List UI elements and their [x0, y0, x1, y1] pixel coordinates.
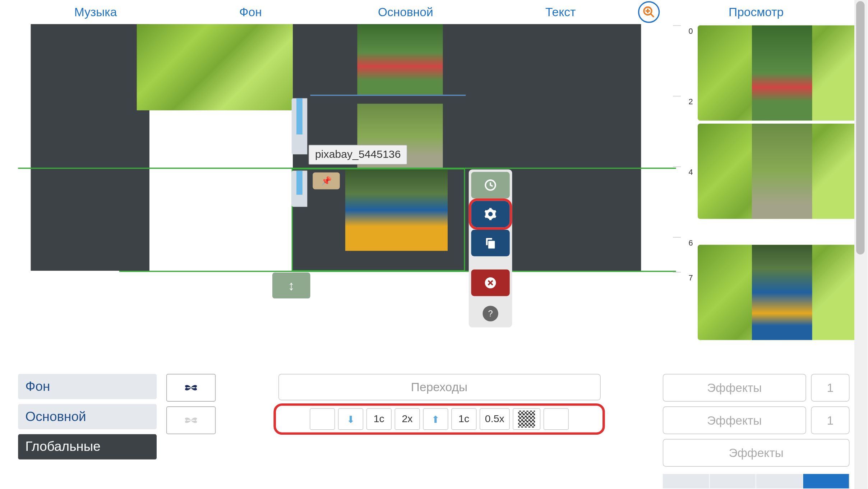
layer-global-button[interactable]: Глобальные [18, 434, 157, 459]
clip-tooltip: pixabay_5445136 [309, 145, 407, 164]
effects-row-3: Эффекты [663, 439, 850, 467]
clip-3-handle[interactable] [292, 171, 308, 207]
tab-text[interactable]: Текст [483, 5, 638, 19]
transition-texture[interactable] [513, 408, 540, 430]
transitions-dropdown[interactable]: Переходы [278, 374, 600, 401]
tracks-container: 📌 pixabay_5445136 ↕ [18, 24, 676, 368]
help-button[interactable]: ? [483, 306, 498, 321]
transition-blank-1[interactable] [310, 408, 335, 430]
pin-icon: 📌 [321, 176, 332, 186]
preview-thumb-3[interactable] [698, 245, 867, 340]
scrollbar-thumb[interactable] [856, 1, 864, 254]
layer-main-button[interactable]: Основной [18, 404, 157, 429]
magnifier-plus-icon [642, 5, 656, 19]
thumbnail-column [166, 374, 216, 434]
transition-blank-2[interactable] [544, 408, 569, 430]
clip-divider [310, 95, 466, 96]
effects-button-1[interactable]: Эффекты [663, 374, 806, 402]
preview-label: Просмотр [672, 5, 841, 19]
center-column: Переходы ⬇ 1c 2x ⬆ 1c 0.5x [225, 374, 653, 435]
transition-in-time[interactable]: 1c [366, 408, 391, 430]
noise-swatch-icon [518, 411, 535, 428]
pin-button[interactable]: 📌 [313, 173, 340, 189]
gear-icon [484, 207, 497, 221]
transition-controls: ⬇ 1c 2x ⬆ 1c 0.5x [273, 403, 605, 435]
tabs-row: Музыка Фон Основной Текст Просмотр [0, 0, 868, 24]
question-icon: ? [488, 309, 493, 319]
ruler-label-4: 4 [688, 168, 693, 177]
ruler-mark [673, 237, 681, 238]
arrow-down-icon: ⬇ [347, 413, 355, 425]
ruler-label-2: 2 [688, 97, 693, 106]
arrow-up-icon: ⬆ [431, 413, 439, 425]
seg-4[interactable] [803, 474, 850, 488]
seg-2[interactable] [710, 474, 756, 488]
timeline-ruler: 0 2 4 6 7 [676, 24, 693, 368]
effects-button-3[interactable]: Эффекты [663, 439, 850, 467]
move-vertical-handle[interactable]: ↕ [272, 273, 310, 298]
zoom-in-button[interactable] [638, 1, 660, 23]
ruler-label-6: 6 [688, 238, 693, 247]
arrows-vertical-icon: ↕ [288, 278, 295, 293]
vertical-scrollbar[interactable] [854, 0, 868, 489]
clock-icon [484, 178, 497, 192]
close-circle-icon [484, 276, 497, 289]
effects-count-2: 1 [811, 406, 849, 434]
delete-button[interactable] [471, 270, 509, 296]
preview-thumb-2[interactable] [698, 124, 867, 219]
workspace: 📌 pixabay_5445136 ↕ [0, 24, 868, 368]
track-bg-left [31, 24, 149, 271]
ruler-mark [673, 25, 681, 26]
svg-line-1 [651, 14, 654, 17]
layer-bg-button[interactable]: Фон [18, 374, 157, 399]
background-clip[interactable] [137, 24, 293, 110]
ruler-label-0: 0 [688, 27, 693, 36]
preview-column [693, 24, 868, 368]
thumb-main[interactable] [166, 406, 216, 434]
tab-background[interactable]: Фон [173, 5, 328, 19]
settings-button[interactable] [471, 201, 509, 227]
transition-in-speed[interactable]: 2x [394, 408, 420, 430]
copy-icon [484, 236, 497, 250]
bottom-panel: Фон Основной Глобальные Переходы ⬇ 1c 2x… [0, 368, 868, 489]
effects-count-1: 1 [811, 374, 849, 402]
butterfly-icon [184, 413, 198, 427]
effects-row-2: Эффекты 1 [663, 406, 850, 434]
duration-button[interactable] [471, 172, 509, 198]
tab-music[interactable]: Музыка [18, 5, 173, 19]
ruler-mark [673, 166, 681, 167]
tabs-main: Музыка Фон Основной Текст [18, 5, 638, 19]
butterfly-icon [184, 381, 198, 394]
controls-row: Фон Основной Глобальные Переходы ⬇ 1c 2x… [18, 374, 849, 489]
effects-button-2[interactable]: Эффекты [663, 406, 806, 434]
seg-3[interactable] [756, 474, 803, 488]
ruler-label-7: 7 [688, 273, 693, 282]
copy-button[interactable] [471, 230, 509, 256]
effects-row-1: Эффекты 1 [663, 374, 850, 402]
transition-in-arrow[interactable]: ⬇ [338, 408, 363, 430]
seg-1[interactable] [663, 474, 710, 488]
transition-out-arrow[interactable]: ⬆ [423, 408, 448, 430]
transition-out-speed[interactable]: 0.5x [480, 408, 510, 430]
svg-rect-5 [488, 241, 495, 249]
clip-2-handle[interactable] [292, 98, 308, 154]
transition-out-time[interactable]: 1c [451, 408, 476, 430]
layer-labels: Фон Основной Глобальные [18, 374, 157, 460]
clip-3[interactable] [345, 169, 448, 251]
ruler-mark [673, 96, 681, 97]
thumb-bg[interactable] [166, 374, 216, 402]
clip-1[interactable] [357, 24, 443, 95]
snap-guide-bottom [119, 271, 676, 272]
effects-column: Эффекты 1 Эффекты 1 Эффекты [663, 374, 850, 489]
ruler-mark [673, 272, 681, 273]
clip-toolbar: ? [469, 169, 512, 327]
segmented-control[interactable] [663, 474, 850, 488]
preview-thumb-1[interactable] [698, 25, 867, 120]
timeline-area[interactable]: 📌 pixabay_5445136 ↕ [0, 24, 676, 368]
tab-main[interactable]: Основной [328, 5, 483, 19]
